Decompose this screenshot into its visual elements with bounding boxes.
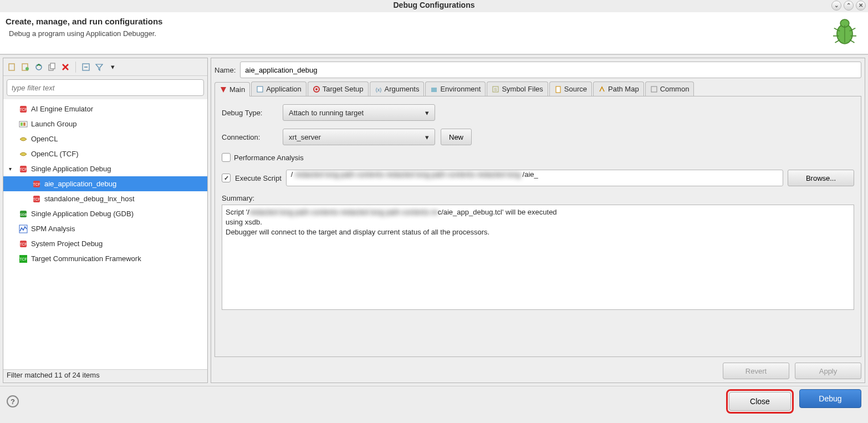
summary-box[interactable]: Script '/redacted long path contents red… xyxy=(222,205,854,310)
execute-script-label: Execute Script xyxy=(235,174,282,182)
svg-text:TCF: TCF xyxy=(33,182,40,186)
name-label: Name: xyxy=(215,66,236,74)
connection-value: xrt_server xyxy=(289,133,321,141)
left-panel: ▾ TCF AI Engine Emulator Launch Group Op… xyxy=(3,58,208,383)
svg-rect-21 xyxy=(23,123,25,126)
tree-item-label: AI Engine Emulator xyxy=(31,105,93,113)
tree-item-label: aie_application_debug xyxy=(44,180,116,188)
tcf-green-icon: TCF xyxy=(19,254,28,263)
config-tree[interactable]: TCF AI Engine Emulator Launch Group Open… xyxy=(3,99,207,369)
browse-button[interactable]: Browse... xyxy=(788,170,854,186)
script-path-input[interactable]: / redacted long path contents redacted l… xyxy=(286,170,783,186)
filter-dropdown-icon[interactable]: ▾ xyxy=(107,62,118,73)
svg-rect-43 xyxy=(651,86,657,92)
tree-item-label: OpenCL (TCF) xyxy=(31,150,78,158)
tab-arguments[interactable]: (x)Arguments xyxy=(370,81,425,96)
chevron-down-icon: ▾ xyxy=(425,133,429,141)
tab-label: Common xyxy=(660,85,690,93)
tab-path-map[interactable]: Path Map xyxy=(593,81,644,96)
tab-target-setup[interactable]: Target Setup xyxy=(308,81,369,96)
tab-label: Environment xyxy=(440,85,481,93)
debug-type-combo[interactable]: Attach to running target ▾ xyxy=(283,104,435,121)
perf-analysis-checkbox[interactable] xyxy=(222,153,231,162)
revert-button[interactable]: Revert xyxy=(723,363,789,379)
name-input[interactable] xyxy=(240,62,861,78)
opencl-icon xyxy=(19,135,28,144)
tree-item-launch-group[interactable]: Launch Group xyxy=(3,116,207,131)
tree-item-label: Single Application Debug (GDB) xyxy=(31,210,134,218)
svg-point-37 xyxy=(315,88,318,90)
tree-item-spm-analysis[interactable]: SPM Analysis xyxy=(3,221,207,236)
tabs-bar: Main Application Target Setup (x)Argumen… xyxy=(215,81,861,96)
svg-rect-9 xyxy=(9,64,14,70)
tree-item-ai-engine-emulator[interactable]: TCF AI Engine Emulator xyxy=(3,101,207,116)
tcf-icon: TCF xyxy=(32,195,41,203)
help-icon[interactable]: ? xyxy=(7,395,19,407)
tree-item-label: OpenCL xyxy=(31,135,58,143)
close-window-icon[interactable]: ✕ xyxy=(856,1,866,11)
tab-main[interactable]: Main xyxy=(215,82,250,96)
svg-rect-30 xyxy=(19,225,27,233)
delete-icon[interactable] xyxy=(60,62,71,73)
svg-rect-35 xyxy=(257,86,263,92)
filter-input[interactable] xyxy=(7,79,204,96)
filter-icon[interactable] xyxy=(94,62,105,73)
new-connection-button[interactable]: New xyxy=(441,129,472,145)
tab-label: Target Setup xyxy=(323,85,364,93)
bug-icon xyxy=(829,16,860,47)
tree-item-label: Single Application Debug xyxy=(31,165,111,173)
execute-script-checkbox[interactable] xyxy=(222,174,231,182)
svg-text:S: S xyxy=(494,87,497,92)
svg-text:(x): (x) xyxy=(375,87,381,93)
summary-line2: using xsdb. xyxy=(226,217,850,227)
tab-label: Main xyxy=(229,85,245,94)
gdb-icon: GDB xyxy=(19,210,28,218)
tree-item-single-app-debug-gdb[interactable]: GDB Single Application Debug (GDB) xyxy=(3,206,207,221)
tree-item-single-app-debug[interactable]: TCF Single Application Debug xyxy=(3,161,207,176)
tree-item-opencl-tcf[interactable]: OpenCL (TCF) xyxy=(3,146,207,161)
toolbar-separator xyxy=(75,62,76,73)
tab-environment[interactable]: Environment xyxy=(425,81,486,96)
collapse-all-icon[interactable] xyxy=(80,62,91,73)
minimize-icon[interactable]: ⌄ xyxy=(831,1,841,11)
duplicate-icon[interactable] xyxy=(47,62,58,73)
tree-item-aie-application-debug[interactable]: TCF aie_application_debug xyxy=(3,176,207,191)
tab-content-main: Debug Type: Attach to running target ▾ C… xyxy=(215,96,861,357)
application-tab-icon xyxy=(256,85,264,93)
page-subtitle: Debug a program using Application Debugg… xyxy=(9,29,862,38)
tab-common[interactable]: Common xyxy=(645,81,695,96)
debug-type-row: Debug Type: Attach to running target ▾ xyxy=(222,104,854,121)
summary-label: Summary: xyxy=(222,194,854,202)
tree-item-opencl[interactable]: OpenCL xyxy=(3,131,207,146)
titlebar-buttons: ⌄ ⌃ ✕ xyxy=(831,1,866,11)
tab-source[interactable]: Source xyxy=(549,81,592,96)
tree-item-label: System Project Debug xyxy=(31,239,103,248)
new-prototype-icon[interactable] xyxy=(20,62,31,73)
tab-label: Source xyxy=(564,85,587,93)
tab-application[interactable]: Application xyxy=(251,81,307,96)
svg-text:TCF: TCF xyxy=(19,257,27,261)
svg-point-12 xyxy=(36,64,42,70)
name-row: Name: xyxy=(215,62,861,78)
close-button[interactable]: Close xyxy=(729,392,791,411)
connection-combo[interactable]: xrt_server ▾ xyxy=(283,129,435,145)
apply-button[interactable]: Apply xyxy=(795,363,861,379)
export-icon[interactable] xyxy=(33,62,44,73)
path-map-tab-icon xyxy=(598,85,606,93)
target-setup-tab-icon xyxy=(313,85,320,93)
bottom-bar: ? Close Debug xyxy=(0,386,868,416)
svg-text:TCF: TCF xyxy=(19,167,27,171)
opencl-icon xyxy=(19,150,28,159)
new-config-icon[interactable] xyxy=(7,62,18,73)
tcf-icon: TCF xyxy=(19,105,28,114)
main-split: ▾ TCF AI Engine Emulator Launch Group Op… xyxy=(0,54,868,386)
tree-item-standalone-debug[interactable]: TCF standalone_debug_lnx_host xyxy=(3,191,207,206)
tree-item-system-project-debug[interactable]: TCF System Project Debug xyxy=(3,236,207,251)
svg-rect-20 xyxy=(21,123,23,126)
tree-item-tcf[interactable]: TCF Target Communication Framework xyxy=(3,251,207,266)
svg-text:TCF: TCF xyxy=(33,197,40,201)
maximize-icon[interactable]: ⌃ xyxy=(844,1,854,11)
summary-line3: Debugger will connect to the target and … xyxy=(226,227,850,237)
debug-button[interactable]: Debug xyxy=(799,389,861,408)
tab-symbol-files[interactable]: SSymbol Files xyxy=(487,81,548,96)
